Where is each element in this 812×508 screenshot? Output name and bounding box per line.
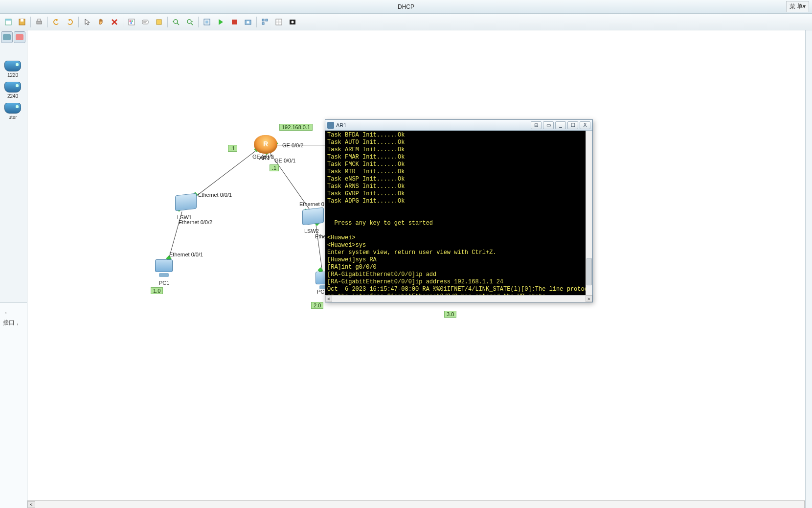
palette-icon[interactable]	[125, 16, 138, 28]
interface-label: Ethernet 0/0/1	[198, 192, 232, 198]
svg-rect-19	[205, 21, 208, 23]
toolbar-separator	[30, 17, 31, 27]
canvas-hscrollbar[interactable]: < >	[27, 500, 812, 508]
toolbar-separator	[123, 17, 123, 27]
topology-link[interactable]	[194, 148, 259, 198]
cli-titlebar[interactable]: AR1 ⊟ ▭ _ ☐ X	[325, 120, 592, 131]
toolbar-separator	[198, 17, 199, 27]
cli-btn-restore[interactable]: ▭	[543, 121, 554, 129]
redo-icon[interactable]	[64, 16, 76, 28]
snapshot-icon[interactable]	[242, 16, 254, 28]
zoom-out-icon[interactable]	[183, 16, 196, 28]
note-icon[interactable]	[139, 16, 152, 28]
description-line: 接口，	[3, 317, 24, 328]
scroll-right-icon[interactable]: >	[586, 296, 592, 302]
topology-pc[interactable]	[154, 259, 174, 280]
capture-icon[interactable]	[286, 16, 299, 28]
interface-label: Ethernet 0/0/1	[169, 252, 203, 257]
device-palette: 1220 2240 uter ， 接口，	[0, 30, 27, 508]
svg-point-9	[131, 22, 132, 23]
toolbar-separator	[47, 17, 48, 27]
ip-badge: 192.168.0.1	[279, 124, 313, 131]
router-shape-icon	[4, 61, 21, 71]
minimize-button[interactable]: _	[555, 121, 566, 129]
pc-label: PC1	[159, 280, 169, 286]
ip-badge: .1	[270, 164, 279, 171]
palette-device[interactable]: uter	[0, 101, 25, 122]
toolbar-separator	[256, 17, 257, 27]
topology-router[interactable]	[254, 135, 277, 154]
palette-category-icon[interactable]	[1, 31, 13, 43]
topology-switch[interactable]	[175, 193, 197, 211]
cli-app-icon	[327, 122, 334, 129]
print-icon[interactable]	[33, 16, 45, 28]
zoom-in-icon[interactable]	[170, 16, 182, 28]
svg-rect-13	[157, 20, 161, 24]
menu-button[interactable]: 菜 单▾	[786, 1, 809, 12]
svg-rect-24	[266, 19, 268, 21]
scroll-left-icon[interactable]: <	[325, 296, 332, 302]
svg-rect-5	[38, 19, 41, 21]
topology-switch[interactable]	[302, 208, 324, 226]
svg-rect-20	[232, 20, 237, 24]
ip-badge: 1.0	[151, 287, 163, 294]
palette-device-label: 2240	[7, 93, 18, 99]
svg-rect-23	[262, 19, 264, 21]
svg-point-16	[187, 20, 191, 23]
svg-rect-10	[142, 20, 148, 24]
play-icon[interactable]	[214, 16, 227, 28]
cli-terminal[interactable]: Task BFDA Init......Ok Task AUTO Init...…	[325, 131, 592, 295]
svg-rect-32	[16, 34, 23, 40]
svg-rect-1	[5, 19, 11, 21]
pan-hand-icon[interactable]	[94, 16, 107, 28]
svg-point-30	[292, 21, 294, 23]
window-title: DHCP	[398, 3, 414, 10]
maximize-button[interactable]: ☐	[567, 121, 578, 129]
router-shape-icon	[4, 82, 21, 92]
new-icon[interactable]	[2, 16, 15, 28]
pointer-icon[interactable]	[81, 16, 93, 28]
cli-btn-pin[interactable]: ⊟	[531, 121, 541, 129]
toolbar-separator	[78, 17, 79, 27]
ip-badge: .1	[228, 145, 237, 152]
palette-device-label: 1220	[7, 72, 18, 78]
scrollbar-thumb[interactable]	[586, 258, 592, 285]
close-button[interactable]: X	[580, 121, 590, 129]
interface-label: GE 0/0/2	[282, 142, 303, 148]
cli-hscrollbar[interactable]: < >	[325, 295, 592, 302]
svg-point-22	[247, 21, 249, 23]
scroll-left-icon[interactable]: <	[27, 501, 35, 508]
interface-label: Ethernet 0	[299, 201, 324, 207]
fit-window-icon[interactable]	[201, 16, 213, 28]
pc-label: PC	[317, 289, 324, 295]
grid-icon[interactable]	[272, 16, 285, 28]
app-titlebar: DHCP 菜 单▾	[0, 0, 812, 14]
svg-rect-31	[3, 34, 11, 40]
router-shape-icon	[4, 103, 21, 114]
palette-category-icon[interactable]	[14, 31, 25, 43]
topology-canvas[interactable]: AR1GE 0/0/2GE 0/0/0GE 0/0/1192.168.0.1.1…	[27, 30, 812, 508]
interface-label: Ethernet 0/0/2	[179, 219, 212, 225]
cli-vscrollbar[interactable]	[586, 131, 592, 295]
workspace: 1220 2240 uter ， 接口， AR1GE 0/0/2GE 0/0/0…	[0, 30, 812, 508]
svg-rect-25	[262, 23, 264, 24]
cli-window[interactable]: AR1 ⊟ ▭ _ ☐ X Task BFDA Init......Ok Tas…	[325, 119, 593, 302]
palette-device[interactable]: 2240	[0, 80, 25, 101]
delete-icon[interactable]	[108, 16, 121, 28]
toolbar-separator	[167, 17, 168, 27]
svg-line-15	[177, 23, 179, 25]
palette-device[interactable]: 1220	[0, 59, 25, 80]
shape-icon[interactable]	[153, 16, 165, 28]
scrollbar-track[interactable]	[35, 501, 804, 508]
svg-rect-6	[129, 19, 135, 25]
arrange-icon[interactable]	[259, 16, 271, 28]
undo-icon[interactable]	[50, 16, 63, 28]
svg-rect-3	[21, 19, 23, 22]
ip-badge: 3.0	[444, 311, 456, 318]
description-line: ，	[3, 306, 24, 317]
save-icon[interactable]	[16, 16, 28, 28]
stop-icon[interactable]	[228, 16, 241, 28]
scrollbar-track[interactable]	[332, 296, 586, 302]
right-collapsed-panel[interactable]	[805, 30, 812, 508]
palette-device-label: uter	[8, 115, 17, 120]
